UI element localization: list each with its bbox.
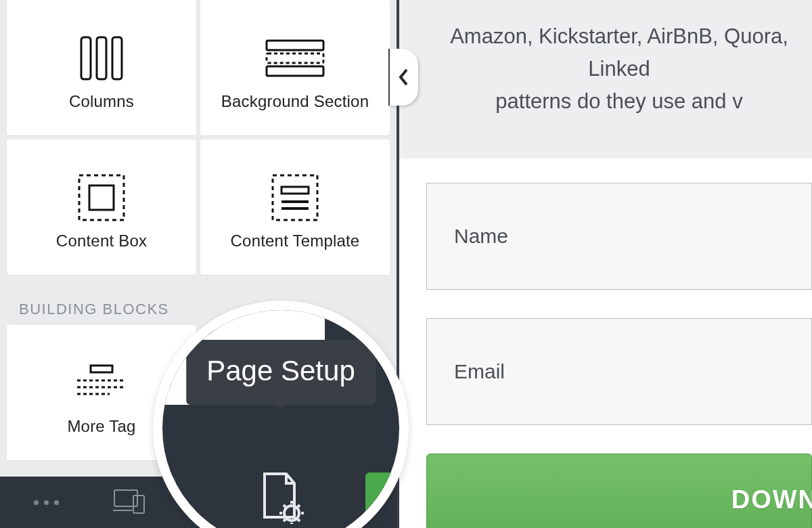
tile-label: Background Section [221, 92, 369, 111]
hero-line-2: patterns do they use and v [426, 85, 812, 118]
content-template-icon [271, 164, 319, 232]
content-box-icon [77, 164, 126, 232]
tile-columns[interactable]: Columns [7, 0, 196, 135]
svg-rect-7 [89, 185, 114, 210]
page-setup-tooltip: Page Setup [186, 340, 376, 405]
name-field[interactable]: Name [426, 183, 812, 290]
tile-label: Content Box [56, 232, 147, 250]
tile-label: Content Template [231, 232, 360, 250]
email-field[interactable]: Email [426, 318, 812, 425]
collapse-sidebar-button[interactable] [388, 49, 418, 106]
svg-rect-8 [273, 175, 317, 220]
svg-rect-3 [267, 41, 323, 50]
hero-text: Amazon, Kickstarter, AirBnB, Quora, Link… [399, 0, 812, 158]
tile-content-template[interactable]: Content Template [200, 139, 390, 275]
download-button[interactable]: DOWN [426, 454, 812, 528]
svg-rect-9 [281, 187, 309, 194]
svg-rect-4 [267, 53, 323, 63]
tile-background-section[interactable]: Background Section [200, 0, 390, 135]
page-setup-icon[interactable] [256, 470, 305, 527]
download-button-label: DOWN [731, 485, 812, 514]
tooltip-label: Page Setup [206, 355, 355, 387]
svg-rect-0 [81, 37, 91, 79]
tile-label: More Tag [67, 417, 135, 436]
element-tiles: Columns Background Section Content Box [0, 0, 397, 275]
more-options-icon[interactable] [34, 500, 59, 505]
hero-line-1: Amazon, Kickstarter, AirBnB, Quora, Link… [426, 20, 812, 85]
columns-icon [78, 24, 125, 92]
email-placeholder: Email [454, 360, 505, 383]
svg-rect-5 [267, 66, 323, 76]
svg-rect-18 [133, 496, 144, 513]
signup-form: Name Email DOWN [399, 158, 812, 528]
tile-content-box[interactable]: Content Box [7, 139, 196, 275]
more-tag-icon [74, 349, 129, 417]
background-section-icon [265, 24, 325, 92]
name-placeholder: Name [454, 225, 508, 248]
page-preview: Amazon, Kickstarter, AirBnB, Quora, Link… [399, 0, 812, 528]
svg-rect-1 [97, 37, 106, 79]
tile-label: Columns [69, 92, 134, 111]
svg-rect-2 [112, 37, 122, 79]
responsive-preview-icon[interactable] [113, 487, 147, 517]
elements-sidebar: Columns Background Section Content Box [0, 0, 399, 528]
svg-rect-6 [79, 175, 124, 220]
svg-rect-12 [91, 366, 112, 372]
